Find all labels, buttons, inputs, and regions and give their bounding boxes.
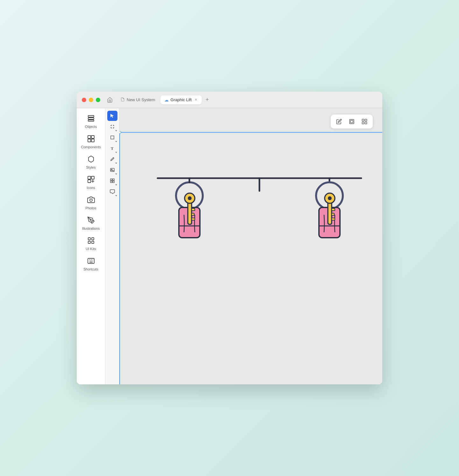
ui-kits-icon <box>87 237 95 246</box>
sidebar-item-shortcuts-label: Shortcuts <box>83 267 98 271</box>
selection-handle-topleft <box>119 131 121 134</box>
svg-rect-18 <box>111 136 114 139</box>
sidebar-item-shortcuts[interactable]: Shortcuts <box>79 255 103 274</box>
image-tool[interactable] <box>107 165 117 175</box>
home-icon[interactable] <box>105 95 114 104</box>
frame-button[interactable] <box>347 116 357 127</box>
selection-top-border <box>119 132 382 133</box>
svg-point-50 <box>328 196 332 200</box>
main-illustration <box>138 146 377 255</box>
styles-icon <box>87 155 95 164</box>
icons-icon <box>87 176 95 185</box>
component-tool[interactable] <box>107 176 117 186</box>
svg-rect-15 <box>92 241 94 243</box>
comment-tool[interactable] <box>107 186 117 197</box>
components-grid-button[interactable] <box>359 116 370 127</box>
tool-strip: T <box>105 108 119 384</box>
sidebar-item-icons[interactable]: Icons <box>79 173 103 192</box>
sidebar-item-components-label: Components <box>81 145 101 149</box>
svg-rect-14 <box>88 241 90 243</box>
svg-rect-9 <box>88 180 91 183</box>
sidebar-item-illustrations[interactable]: Illustrations <box>79 214 103 233</box>
svg-rect-41 <box>192 208 195 211</box>
maximize-button[interactable] <box>96 98 100 102</box>
svg-rect-53 <box>332 218 335 220</box>
titlebar: New UI System ☁ Graphic Lift ✕ + <box>77 92 382 108</box>
svg-rect-2 <box>88 120 94 121</box>
sidebar-item-objects-label: Objects <box>85 125 97 129</box>
tab-label: Graphic Lift <box>171 97 192 102</box>
photos-icon <box>87 196 95 205</box>
sidebar-item-icons-label: Icons <box>87 186 95 190</box>
tab-new-ui-system[interactable]: New UI System <box>117 95 159 104</box>
text-tool[interactable]: T <box>107 143 117 153</box>
tab-cloud-icon: ☁ <box>164 97 169 102</box>
shortcuts-icon <box>87 257 95 266</box>
svg-rect-28 <box>362 119 364 121</box>
svg-rect-52 <box>332 213 334 215</box>
svg-rect-31 <box>365 122 367 124</box>
edit-button[interactable] <box>334 116 344 127</box>
tab-close-button[interactable]: ✕ <box>194 98 198 102</box>
left-sidebar: Objects Components <box>77 108 105 384</box>
svg-rect-0 <box>88 116 94 117</box>
svg-rect-23 <box>113 179 114 180</box>
tab-doc-icon <box>121 97 125 102</box>
svg-rect-1 <box>88 118 94 119</box>
svg-rect-5 <box>88 139 91 142</box>
svg-point-40 <box>188 196 192 200</box>
sidebar-item-ui-kits-label: UI Kits <box>86 247 96 251</box>
svg-rect-25 <box>113 181 114 183</box>
svg-rect-7 <box>88 176 91 179</box>
sidebar-item-ui-kits[interactable]: UI Kits <box>79 234 103 253</box>
sidebar-item-photos[interactable]: Photos <box>79 193 103 213</box>
svg-rect-24 <box>110 181 112 183</box>
close-button[interactable] <box>82 98 86 102</box>
add-tab-button[interactable]: + <box>203 96 211 104</box>
select-tool[interactable] <box>107 111 117 121</box>
svg-rect-4 <box>91 136 94 138</box>
tab-label: New UI System <box>127 97 155 102</box>
canvas-toolbar <box>331 115 373 129</box>
svg-rect-30 <box>362 122 364 124</box>
svg-text:T: T <box>111 146 114 151</box>
tab-graphic-lift[interactable]: ☁ Graphic Lift ✕ <box>160 95 202 104</box>
svg-rect-8 <box>91 176 94 179</box>
sidebar-item-components[interactable]: Components <box>79 132 103 151</box>
artboard-tool[interactable] <box>107 122 117 132</box>
svg-point-10 <box>90 199 92 201</box>
minimize-button[interactable] <box>89 98 93 102</box>
main-layout: Objects Components <box>77 108 382 384</box>
layers-icon <box>87 115 95 123</box>
svg-rect-26 <box>350 119 354 124</box>
canvas-area <box>119 108 382 384</box>
svg-marker-17 <box>110 114 114 118</box>
svg-rect-13 <box>92 238 94 240</box>
svg-rect-42 <box>192 213 194 215</box>
svg-rect-27 <box>350 120 353 123</box>
components-icon <box>87 135 95 144</box>
app-window: New UI System ☁ Graphic Lift ✕ + <box>77 92 382 384</box>
sidebar-item-styles-label: Styles <box>86 165 96 169</box>
rect-tool[interactable] <box>107 132 117 143</box>
sidebar-item-styles[interactable]: Styles <box>79 153 103 172</box>
svg-rect-12 <box>88 238 90 240</box>
svg-rect-51 <box>332 208 335 211</box>
selection-left-border <box>119 132 120 384</box>
svg-point-11 <box>90 219 91 220</box>
svg-rect-43 <box>192 218 195 220</box>
pen-tool[interactable] <box>107 154 117 164</box>
svg-rect-29 <box>365 119 367 121</box>
traffic-lights <box>82 98 100 102</box>
svg-rect-6 <box>91 139 94 142</box>
svg-rect-3 <box>88 136 91 138</box>
sidebar-item-illustrations-label: Illustrations <box>82 227 100 230</box>
sidebar-item-photos-label: Photos <box>85 206 96 210</box>
sidebar-item-objects[interactable]: Objects <box>79 112 103 131</box>
svg-rect-22 <box>110 179 112 180</box>
tabs-container: New UI System ☁ Graphic Lift ✕ + <box>117 95 377 104</box>
illustrations-icon <box>87 216 95 225</box>
